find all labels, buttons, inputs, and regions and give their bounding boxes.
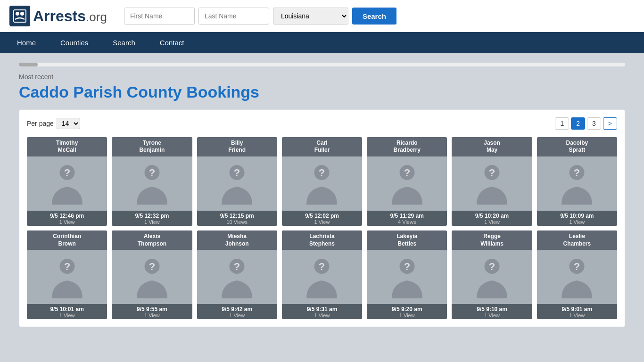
person-card[interactable]: CarlFuller ? 9/5 12:02 pm 1 View xyxy=(282,137,362,226)
nav-item-contact[interactable]: Contact xyxy=(148,32,197,53)
person-photo: ? xyxy=(282,156,362,211)
person-views: 1 View xyxy=(113,219,191,225)
person-time: 9/5 9:01 am xyxy=(538,306,616,313)
person-time-area: 9/5 12:46 pm 1 View xyxy=(27,211,107,226)
person-card[interactable]: BillyFriend ? 9/5 12:15 pm 10 Views xyxy=(197,137,277,226)
person-photo: ? xyxy=(367,156,447,211)
person-photo: ? xyxy=(452,250,532,304)
person-card[interactable]: DacolbySpratt ? 9/5 10:09 am 1 View xyxy=(537,137,617,226)
person-time-area: 9/5 9:01 am 1 View xyxy=(537,304,617,319)
person-card[interactable]: TimothyMcCall ? 9/5 12:46 pm 1 View xyxy=(27,137,107,226)
person-name: TimothyMcCall xyxy=(27,137,107,156)
person-photo: ? xyxy=(27,156,107,211)
person-photo: ? xyxy=(452,156,532,211)
silhouette-icon: ? xyxy=(134,162,170,205)
pagination: 1 2 3 > xyxy=(555,117,617,130)
person-photo: ? xyxy=(282,250,362,304)
logo-area: Arrests.org xyxy=(9,6,107,26)
person-views: 4 Views xyxy=(368,219,446,225)
person-photo: ? xyxy=(367,250,447,304)
person-card[interactable]: JasonMay ? 9/5 10:20 am 1 View xyxy=(452,137,532,226)
person-time-area: 9/5 9:10 am 1 View xyxy=(452,304,532,319)
first-name-input[interactable] xyxy=(124,8,195,25)
header: Arrests.org Louisiana Alabama Alaska Ari… xyxy=(0,0,644,32)
nav-item-search[interactable]: Search xyxy=(100,32,148,53)
last-name-input[interactable] xyxy=(198,8,269,25)
person-time-area: 9/5 12:32 pm 1 View xyxy=(112,211,192,226)
person-views: 10 Views xyxy=(198,219,276,225)
person-time: 9/5 9:55 am xyxy=(113,306,191,313)
page-title: Caddo Parish County Bookings xyxy=(19,82,625,102)
person-views: 1 View xyxy=(368,313,446,318)
logo-icon xyxy=(9,6,30,26)
svg-text:?: ? xyxy=(319,167,325,179)
svg-text:?: ? xyxy=(64,261,70,272)
person-time: 9/5 12:15 pm xyxy=(198,213,276,219)
silhouette-icon: ? xyxy=(474,162,510,205)
svg-text:?: ? xyxy=(574,261,580,272)
person-card[interactable]: RicardoBradberry ? 9/5 11:29 am 4 Views xyxy=(367,137,447,226)
person-views: 1 View xyxy=(283,313,361,318)
person-card[interactable]: LachristaStephens ? 9/5 9:31 am 1 View xyxy=(282,230,362,319)
silhouette-icon: ? xyxy=(134,256,170,298)
person-name: AlexisThompson xyxy=(112,230,192,250)
svg-text:?: ? xyxy=(489,167,495,179)
person-photo: ? xyxy=(27,250,107,304)
person-card[interactable]: CorinthianBrown ? 9/5 10:01 am 1 View xyxy=(27,230,107,319)
person-card[interactable]: TyroneBenjamin ? 9/5 12:32 pm 1 View xyxy=(112,137,192,226)
person-name: JasonMay xyxy=(452,137,532,156)
silhouette-icon: ? xyxy=(219,162,255,205)
person-time-area: 9/5 10:01 am 1 View xyxy=(27,304,107,319)
person-time: 9/5 10:20 am xyxy=(453,213,531,219)
person-photo: ? xyxy=(197,156,277,211)
state-select[interactable]: Louisiana Alabama Alaska Arizona Arkansa… xyxy=(273,8,348,25)
person-time-area: 9/5 12:02 pm 1 View xyxy=(282,211,362,226)
person-name: RicardoBradberry xyxy=(367,137,447,156)
scrollbar-track xyxy=(19,63,625,66)
per-page-label: Per page xyxy=(27,120,54,127)
person-views: 1 View xyxy=(198,313,276,318)
per-page-area: Per page 7 14 21 28 xyxy=(27,118,80,129)
person-time-area: 9/5 9:55 am 1 View xyxy=(112,304,192,319)
person-time-area: 9/5 9:31 am 1 View xyxy=(282,304,362,319)
person-card[interactable]: LeslieChambers ? 9/5 9:01 am 1 View xyxy=(537,230,617,319)
silhouette-icon: ? xyxy=(219,256,255,298)
page-1[interactable]: 1 xyxy=(555,117,569,130)
person-time: 9/5 9:10 am xyxy=(453,306,531,313)
most-recent-label: Most recent xyxy=(19,73,625,81)
person-name: LakeyiaBetties xyxy=(367,230,447,250)
card-header: Per page 7 14 21 28 1 2 3 > xyxy=(27,117,617,130)
svg-text:?: ? xyxy=(234,261,240,272)
nav-item-counties[interactable]: Counties xyxy=(48,32,100,53)
svg-text:?: ? xyxy=(149,167,155,179)
silhouette-icon: ? xyxy=(304,256,339,298)
silhouette-icon: ? xyxy=(389,256,425,298)
per-page-select[interactable]: 7 14 21 28 xyxy=(57,118,80,129)
person-time-area: 9/5 9:42 am 1 View xyxy=(197,304,277,319)
page-2[interactable]: 2 xyxy=(571,117,585,130)
svg-rect-0 xyxy=(14,10,26,22)
search-button[interactable]: Search xyxy=(352,8,396,25)
silhouette-icon: ? xyxy=(559,256,594,298)
page-next[interactable]: > xyxy=(603,117,617,130)
person-card[interactable]: ReggeWilliams ? 9/5 9:10 am 1 View xyxy=(452,230,532,319)
scrollbar-thumb xyxy=(19,63,38,66)
person-photo: ? xyxy=(112,250,192,304)
main-content: Most recent Caddo Parish County Bookings… xyxy=(19,63,625,327)
person-card[interactable]: MieshaJohnson ? 9/5 9:42 am 1 View xyxy=(197,230,277,319)
person-photo: ? xyxy=(537,250,617,304)
search-form: Louisiana Alabama Alaska Arizona Arkansa… xyxy=(124,8,396,25)
page-3[interactable]: 3 xyxy=(587,117,601,130)
nav-item-home[interactable]: Home xyxy=(5,32,48,53)
silhouette-icon: ? xyxy=(559,162,594,205)
person-photo: ? xyxy=(537,156,617,211)
person-time-area: 9/5 10:20 am 1 View xyxy=(452,211,532,226)
person-card[interactable]: LakeyiaBetties ? 9/5 9:20 am 1 View xyxy=(367,230,447,319)
person-card[interactable]: AlexisThompson ? 9/5 9:55 am 1 View xyxy=(112,230,192,319)
svg-point-2 xyxy=(20,12,24,16)
scrollbar-area xyxy=(19,63,625,66)
svg-text:?: ? xyxy=(489,261,495,272)
svg-text:?: ? xyxy=(149,261,155,272)
person-views: 1 View xyxy=(453,313,531,318)
person-photo: ? xyxy=(197,250,277,304)
